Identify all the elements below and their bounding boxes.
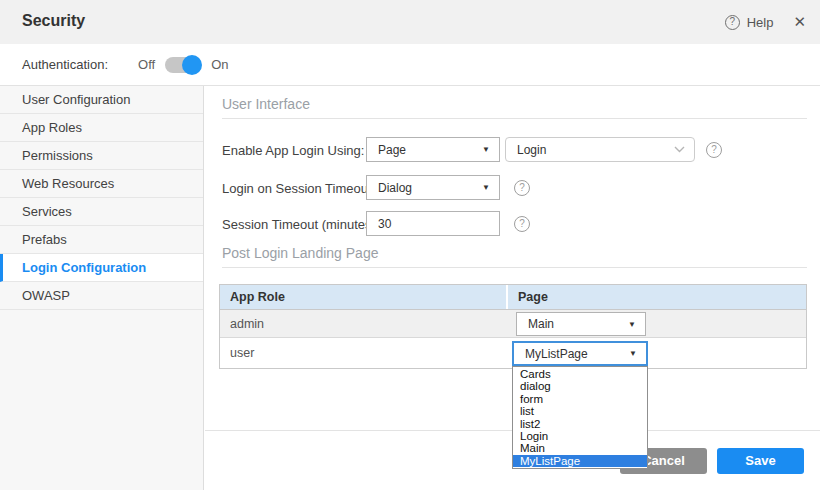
table-header-row: App Role Page — [220, 285, 806, 310]
sidebar-item-owasp[interactable]: OWASP — [0, 282, 203, 310]
session-timeout-minutes-help-icon[interactable]: ? — [514, 216, 530, 232]
app-role-column-header: App Role — [220, 290, 506, 304]
user-page-select[interactable]: MyListPage ▼ — [512, 341, 648, 366]
dialog-header: Security ? Help ✕ — [0, 0, 820, 44]
page-dropdown-popup: Cards dialog form list list2 Login Main … — [512, 366, 648, 469]
session-timeout-minutes-label: Session Timeout (minutes): — [222, 217, 380, 232]
user-interface-section-title: User Interface — [222, 96, 310, 112]
app-role-cell: user — [220, 346, 506, 360]
app-role-cell: admin — [220, 317, 506, 331]
toggle-off-label: Off — [138, 57, 155, 72]
sidebar-item-app-roles[interactable]: App Roles — [0, 114, 203, 142]
login-type-value: Page — [378, 143, 406, 157]
admin-page-value: Main — [528, 317, 554, 331]
caret-down-icon: ▼ — [482, 145, 490, 154]
dropdown-option-list[interactable]: list — [513, 405, 647, 417]
session-timeout-login-label: Login on Session Timeout: — [222, 181, 375, 196]
chevron-down-icon — [674, 146, 685, 153]
session-timeout-minutes-input[interactable] — [366, 211, 500, 236]
enable-app-login-help-icon[interactable]: ? — [706, 142, 722, 158]
caret-down-icon: ▼ — [628, 320, 636, 329]
toggle-knob — [182, 55, 202, 75]
help-link[interactable]: Help — [747, 15, 774, 30]
help-icon[interactable]: ? — [725, 15, 740, 30]
login-page-select[interactable]: Login — [505, 137, 695, 162]
user-page-value: MyListPage — [525, 347, 588, 361]
admin-page-select[interactable]: Main ▼ — [516, 312, 646, 336]
session-timeout-type-value: Dialog — [378, 181, 412, 195]
dropdown-option-list2[interactable]: list2 — [513, 418, 647, 430]
caret-down-icon: ▼ — [482, 183, 490, 192]
sidebar-item-permissions[interactable]: Permissions — [0, 142, 203, 170]
enable-app-login-label: Enable App Login Using: — [222, 143, 364, 158]
toggle-on-label: On — [211, 57, 228, 72]
authentication-bar: Authentication: Off On — [0, 44, 820, 86]
sidebar-item-prefabs[interactable]: Prefabs — [0, 226, 203, 254]
authentication-label: Authentication: — [22, 57, 108, 72]
section-divider — [222, 118, 807, 119]
header-actions: ? Help ✕ — [725, 0, 806, 44]
login-type-select[interactable]: Page ▼ — [366, 137, 500, 162]
dropdown-option-login[interactable]: Login — [513, 430, 647, 442]
login-page-value: Login — [517, 143, 546, 157]
session-timeout-login-help-icon[interactable]: ? — [514, 180, 530, 196]
session-timeout-type-select[interactable]: Dialog ▼ — [366, 175, 500, 200]
close-icon[interactable]: ✕ — [793, 13, 806, 31]
authentication-toggle[interactable] — [165, 57, 201, 73]
page-title: Security — [22, 12, 85, 30]
page-column-header: Page — [506, 285, 806, 309]
sidebar-item-web-resources[interactable]: Web Resources — [0, 170, 203, 198]
sidebar-item-services[interactable]: Services — [0, 198, 203, 226]
post-login-section-title: Post Login Landing Page — [222, 245, 378, 261]
security-dialog: Security ? Help ✕ Authentication: Off On… — [0, 0, 820, 490]
sidebar-item-user-configuration[interactable]: User Configuration — [0, 86, 203, 114]
dropdown-option-form[interactable]: form — [513, 393, 647, 405]
dropdown-option-dialog[interactable]: dialog — [513, 380, 647, 392]
table-row-admin: admin — [220, 310, 806, 338]
caret-down-icon: ▼ — [629, 349, 637, 358]
section-divider — [222, 267, 807, 268]
settings-sidebar: User Configuration App Roles Permissions… — [0, 86, 204, 490]
dropdown-option-mylistpage[interactable]: MyListPage — [513, 455, 647, 467]
dropdown-option-cards[interactable]: Cards — [513, 368, 647, 380]
save-button[interactable]: Save — [717, 448, 804, 474]
sidebar-item-login-configuration[interactable]: Login Configuration — [0, 254, 203, 282]
dropdown-option-main[interactable]: Main — [513, 442, 647, 454]
